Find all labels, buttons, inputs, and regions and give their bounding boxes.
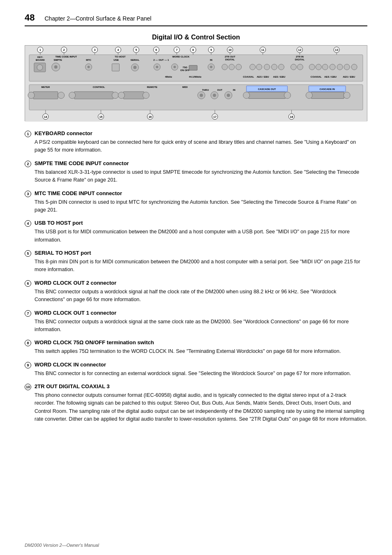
page-header: 48 Chapter 2—Control Surface & Rear Pane… bbox=[25, 12, 367, 26]
svg-point-83 bbox=[344, 64, 350, 70]
content-section-4: 4USB TO HOST portThis USB port is for MI… bbox=[25, 220, 367, 244]
svg-text:OUT: OUT bbox=[217, 89, 223, 91]
section-label-2: 2SMPTE TIME CODE INPUT connector bbox=[25, 160, 367, 167]
circled-num-2: 2 bbox=[25, 161, 31, 167]
section-body-3: This 5-pin DIN connector is used to inpu… bbox=[35, 198, 367, 214]
section-body-1: A PS/2 compatible keyboard can be connec… bbox=[35, 138, 367, 154]
svg-point-78 bbox=[309, 64, 315, 70]
svg-text:AES / EBU: AES / EBU bbox=[343, 76, 355, 78]
svg-text:REMOTE: REMOTE bbox=[147, 86, 157, 88]
section-title-8: WORD CLOCK 75Ω ON/OFF termination switch bbox=[35, 339, 154, 345]
content-section-7: 7WORD CLOCK OUT 1 connectorThis BNC conn… bbox=[25, 310, 367, 334]
section-title-9: WORD CLOCK IN connector bbox=[35, 362, 106, 368]
svg-point-74 bbox=[272, 64, 277, 70]
svg-point-62 bbox=[156, 66, 158, 68]
svg-text:TO HOST: TO HOST bbox=[115, 55, 126, 58]
svg-point-79 bbox=[316, 64, 321, 70]
svg-text:CONTROL: CONTROL bbox=[93, 86, 105, 88]
svg-point-64 bbox=[173, 66, 176, 68]
circled-num-7: 7 bbox=[25, 310, 31, 317]
page: 48 Chapter 2—Control Surface & Rear Pane… bbox=[0, 0, 392, 555]
svg-text:13: 13 bbox=[335, 48, 338, 51]
svg-text:2TR OUT: 2TR OUT bbox=[225, 55, 235, 58]
svg-point-116 bbox=[306, 92, 312, 99]
svg-text:CASCADE IN: CASCADE IN bbox=[320, 88, 335, 90]
page-number: 48 bbox=[25, 12, 35, 23]
svg-text:IN: IN bbox=[210, 59, 212, 61]
section-label-10: 102TR OUT DIGITAL COAXIAL 3 bbox=[25, 383, 367, 390]
svg-rect-100 bbox=[74, 92, 113, 99]
section-label-7: 7WORD CLOCK OUT 1 connector bbox=[25, 310, 367, 317]
section-heading: Digital I/O & Control Section bbox=[25, 34, 367, 41]
svg-point-67 bbox=[210, 66, 212, 68]
svg-point-70 bbox=[236, 64, 242, 70]
circled-num-9: 9 bbox=[25, 362, 31, 368]
section-title-7: WORD CLOCK OUT 1 connector bbox=[35, 310, 116, 316]
svg-text:2: 2 bbox=[63, 48, 65, 51]
svg-text:3: 3 bbox=[94, 48, 96, 51]
svg-point-68 bbox=[222, 64, 228, 70]
svg-text:17: 17 bbox=[213, 115, 217, 118]
svg-point-113 bbox=[243, 92, 250, 99]
svg-text:AES / EBU: AES / EBU bbox=[324, 76, 337, 78]
svg-text:1: 1 bbox=[39, 48, 41, 51]
svg-point-77 bbox=[297, 64, 303, 70]
section-title-10: 2TR OUT DIGITAL COAXIAL 3 bbox=[35, 383, 110, 389]
circled-num-6: 6 bbox=[25, 280, 31, 287]
diagram-svg: 1 2 3 4 5 6 7 8 9 10 bbox=[25, 46, 367, 122]
svg-text:DIGITAL: DIGITAL bbox=[225, 58, 235, 61]
content-section-6: 6WORD CLOCK OUT 2 connectorThis BNC conn… bbox=[25, 280, 367, 304]
svg-point-107 bbox=[200, 94, 203, 97]
content-section-3: 3MTC TIME CODE INPUT connectorThis 5-pin… bbox=[25, 190, 367, 214]
section-label-9: 9WORD CLOCK IN connector bbox=[25, 362, 367, 368]
svg-point-98 bbox=[28, 92, 35, 99]
section-label-4: 4USB TO HOST port bbox=[25, 220, 367, 227]
svg-text:USB: USB bbox=[113, 59, 119, 61]
svg-point-114 bbox=[284, 92, 291, 99]
content-section-1: 1KEYBOARD connectorA PS/2 compatible key… bbox=[25, 130, 367, 154]
svg-text:IN: IN bbox=[233, 89, 235, 91]
content-section-10: 102TR OUT DIGITAL COAXIAL 3This phono co… bbox=[25, 383, 367, 424]
svg-text:DIGITAL: DIGITAL bbox=[295, 58, 305, 61]
svg-text:5: 5 bbox=[135, 48, 137, 51]
svg-point-71 bbox=[250, 64, 256, 70]
svg-point-101 bbox=[69, 92, 76, 99]
section-body-7: This BNC connector outputs a wordclock s… bbox=[35, 318, 367, 334]
svg-text:BOARD: BOARD bbox=[36, 59, 45, 61]
svg-point-55 bbox=[54, 65, 58, 69]
section-label-3: 3MTC TIME CODE INPUT connector bbox=[25, 190, 367, 197]
svg-text:4: 4 bbox=[118, 48, 119, 51]
svg-text:75Ω: 75Ω bbox=[182, 66, 187, 69]
content-section-2: 2SMPTE TIME CODE INPUT connectorThis bal… bbox=[25, 160, 367, 184]
section-title-3: MTC TIME CODE INPUT connector bbox=[35, 190, 122, 196]
svg-point-57 bbox=[88, 66, 90, 68]
svg-text:THRU: THRU bbox=[202, 89, 209, 91]
svg-text:METER: METER bbox=[41, 86, 50, 88]
svg-text:2 — OUT — 1: 2 — OUT — 1 bbox=[153, 59, 169, 61]
svg-text:14: 14 bbox=[44, 115, 47, 118]
circled-num-1: 1 bbox=[25, 131, 31, 137]
svg-rect-103 bbox=[123, 92, 144, 99]
section-title-6: WORD CLOCK OUT 2 connector bbox=[35, 280, 116, 286]
svg-text:12: 12 bbox=[298, 48, 302, 51]
section-body-4: This USB port is for MIDI communication … bbox=[35, 228, 367, 244]
section-title-5: SERIAL TO HOST port bbox=[35, 250, 91, 256]
svg-text:TIME CODE INPUT: TIME CODE INPUT bbox=[55, 55, 77, 58]
svg-point-80 bbox=[322, 64, 328, 70]
section-body-2: This balanced XLR-3-31-type connector is… bbox=[35, 168, 367, 184]
circled-num-8: 8 bbox=[25, 340, 31, 346]
svg-text:AES / EBU: AES / EBU bbox=[257, 76, 269, 78]
content-sections: 1KEYBOARD connectorA PS/2 compatible key… bbox=[25, 130, 367, 424]
svg-text:WORD CLOCK: WORD CLOCK bbox=[172, 55, 189, 58]
svg-point-84 bbox=[351, 64, 357, 70]
section-label-8: 8WORD CLOCK 75Ω ON/OFF termination switc… bbox=[25, 339, 367, 346]
svg-rect-115 bbox=[311, 92, 344, 99]
svg-text:ON  OFF: ON OFF bbox=[180, 69, 190, 71]
chapter-title: Chapter 2—Control Surface & Rear Panel bbox=[44, 15, 151, 22]
section-body-6: This BNC connector outputs a wordclock s… bbox=[35, 288, 367, 304]
section-label-1: 1KEYBOARD connector bbox=[25, 130, 367, 137]
svg-point-104 bbox=[118, 92, 125, 99]
svg-point-73 bbox=[264, 64, 270, 70]
section-label-5: 5SERIAL TO HOST port bbox=[25, 250, 367, 257]
svg-text:COAXIAL: COAXIAL bbox=[243, 76, 254, 78]
